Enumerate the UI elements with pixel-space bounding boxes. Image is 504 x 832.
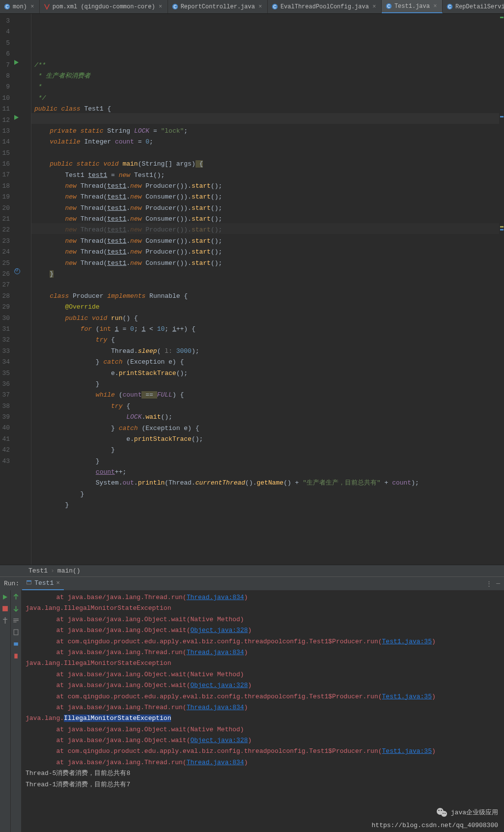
chevron-right-icon: › bbox=[51, 567, 55, 574]
tab-label: EvalThreadPoolConfig.java bbox=[280, 3, 369, 10]
code-area[interactable]: /** * 生产者和消费者 * */public class Test1 { p… bbox=[31, 14, 504, 565]
tab-test1[interactable]: C Test1.java × bbox=[382, 0, 443, 13]
run-config-icon bbox=[26, 579, 32, 587]
tab-reportcontroller[interactable]: C ReportController.java × bbox=[168, 0, 268, 13]
svg-text:C: C bbox=[448, 4, 451, 10]
editor-breadcrumbs: Test1 › main() bbox=[0, 565, 504, 576]
run-left-gutter-2 bbox=[11, 590, 22, 832]
more-icon[interactable]: ⋮ bbox=[486, 580, 492, 588]
svg-rect-15 bbox=[14, 654, 17, 659]
maven-icon bbox=[44, 3, 50, 10]
close-icon[interactable]: × bbox=[257, 3, 263, 10]
tab-repdetail[interactable]: C RepDetailServiceImplV2.java × bbox=[443, 0, 504, 13]
tab-label: RepDetailServiceImplV2.java bbox=[455, 3, 504, 10]
scroll-to-end-icon[interactable] bbox=[12, 629, 20, 636]
java-class-icon: C bbox=[272, 3, 278, 10]
tab-label: Test1.java bbox=[394, 3, 430, 10]
svg-rect-13 bbox=[14, 630, 18, 635]
svg-text:C: C bbox=[387, 3, 390, 9]
stop-icon[interactable] bbox=[1, 605, 9, 612]
print-icon[interactable] bbox=[12, 640, 20, 648]
tab-label: mon) bbox=[13, 3, 27, 10]
run-label: Run: bbox=[4, 580, 19, 587]
run-toolwindow-header: Run: Test1 × ⋮ — bbox=[0, 576, 504, 590]
editor-tabs: C mon) × pom.xml (qingduo-common-core) ×… bbox=[0, 0, 504, 14]
console-output[interactable]: at java.base/java.lang.Thread.run(Thread… bbox=[22, 590, 504, 832]
run-gutter-icon[interactable] bbox=[14, 60, 22, 68]
svg-text:C: C bbox=[5, 4, 8, 10]
run-toolbar: ⋮ — bbox=[486, 580, 500, 588]
run-output-panel: at java.base/java.lang.Thread.run(Thread… bbox=[0, 590, 504, 832]
svg-text:C: C bbox=[273, 4, 276, 10]
minimize-icon[interactable]: — bbox=[496, 580, 500, 588]
crumb-method[interactable]: main() bbox=[57, 567, 81, 574]
tab-pom[interactable]: pom.xml (qingduo-common-core) × bbox=[40, 0, 168, 13]
close-icon[interactable]: × bbox=[371, 3, 377, 10]
rerun-icon[interactable] bbox=[1, 593, 9, 601]
run-gutter-icon[interactable] bbox=[14, 115, 22, 123]
close-icon[interactable]: × bbox=[29, 3, 35, 10]
close-icon[interactable]: × bbox=[158, 3, 164, 10]
gutter-icons bbox=[13, 14, 24, 565]
line-number-gutter: 3456789101112131415161718192021222324252… bbox=[0, 14, 13, 565]
svg-text:C: C bbox=[173, 4, 176, 10]
java-class-icon: C bbox=[386, 3, 392, 9]
run-config-tab[interactable]: Test1 × bbox=[22, 577, 64, 590]
error-stripe[interactable] bbox=[499, 14, 504, 565]
svg-rect-12 bbox=[2, 606, 8, 611]
tab-label: ReportController.java bbox=[181, 3, 255, 10]
fold-gutter bbox=[24, 14, 31, 565]
clear-icon[interactable] bbox=[12, 652, 20, 660]
crumb-class[interactable]: Test1 bbox=[28, 567, 48, 574]
tab-mon[interactable]: C mon) × bbox=[0, 0, 40, 13]
java-class-icon: C bbox=[4, 3, 10, 10]
run-left-gutter-1 bbox=[0, 590, 11, 832]
down-arrow-icon[interactable] bbox=[12, 605, 20, 612]
svg-rect-11 bbox=[27, 580, 31, 581]
tab-evalthreadpool[interactable]: C EvalThreadPoolConfig.java × bbox=[268, 0, 382, 13]
close-icon[interactable]: × bbox=[432, 3, 438, 10]
tab-label: pom.xml (qingduo-common-core) bbox=[53, 3, 155, 10]
java-class-icon: C bbox=[447, 3, 453, 10]
run-tab-label: Test1 bbox=[34, 579, 54, 587]
override-icon[interactable] bbox=[14, 268, 22, 276]
soft-wrap-icon[interactable] bbox=[12, 617, 20, 624]
up-arrow-icon[interactable] bbox=[12, 593, 20, 601]
pin-icon[interactable] bbox=[1, 617, 9, 624]
java-class-icon: C bbox=[172, 3, 178, 10]
svg-rect-14 bbox=[14, 642, 18, 645]
close-icon[interactable]: × bbox=[56, 579, 60, 587]
code-editor[interactable]: 3456789101112131415161718192021222324252… bbox=[0, 14, 504, 565]
